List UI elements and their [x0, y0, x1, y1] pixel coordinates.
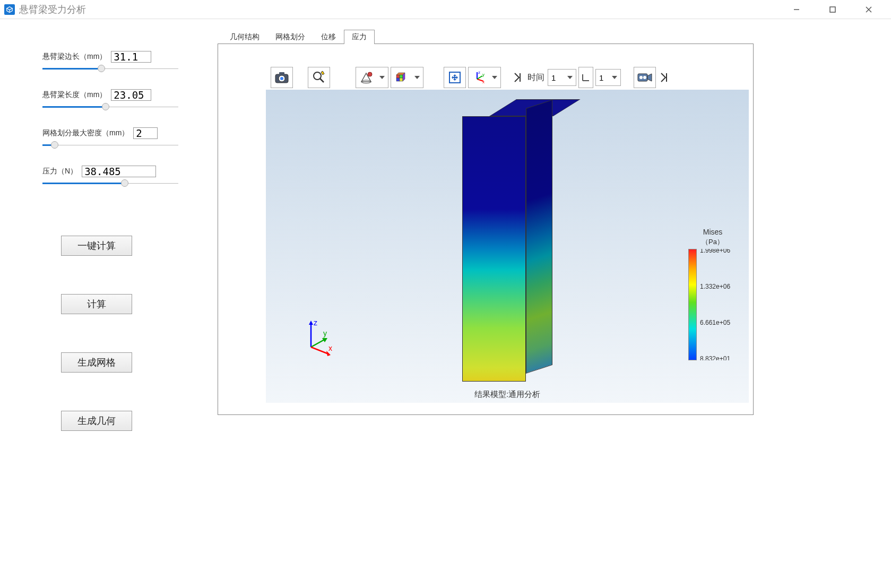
svg-point-26: [643, 76, 646, 79]
beam-model: [462, 100, 552, 382]
viewer-toolbar: zxy 时间 1 1: [269, 65, 749, 90]
svg-rect-13: [400, 75, 403, 78]
zoom-icon[interactable]: [308, 67, 330, 88]
chevron-down-icon: [379, 76, 385, 79]
chevron-down-icon: [414, 76, 420, 79]
axis-view-icon[interactable]: zxy: [468, 67, 501, 88]
titlebar: 悬臂梁受力分析: [0, 0, 891, 19]
minimize-button[interactable]: [786, 2, 807, 18]
collapse-right-icon[interactable]: [512, 67, 524, 88]
svg-line-32: [311, 347, 328, 354]
param-pressure: 压力（N）: [42, 166, 191, 188]
svg-line-9: [320, 79, 324, 82]
color-legend: Mises （Pa） 1.998e+06 1.332e+06 6.661e+05…: [686, 228, 739, 360]
svg-text:y: y: [482, 72, 485, 77]
param-edge-length: 悬臂梁边长（mm）: [42, 51, 191, 73]
window-controls: [786, 2, 887, 18]
axis-gizmo: z y x: [298, 318, 340, 360]
compute-button[interactable]: 计算: [61, 294, 132, 314]
legend-unit: （Pa）: [686, 237, 739, 247]
chevron-down-icon: [492, 76, 497, 79]
legend-tick: 6.661e+05: [700, 319, 730, 326]
camera-icon[interactable]: [271, 67, 293, 88]
maximize-button[interactable]: [822, 2, 843, 18]
legend-colorbar: [688, 249, 697, 360]
param-label: 悬臂梁边长（mm）: [42, 52, 107, 62]
edge-length-input[interactable]: [111, 51, 151, 63]
svg-line-30: [311, 339, 325, 347]
svg-text:z: z: [478, 71, 480, 75]
param-label: 悬臂粱长度（mm）: [42, 90, 107, 100]
viewer-area: 几何结构 网格划分 位移 应力: [218, 30, 891, 469]
frame-select[interactable]: 1: [595, 69, 621, 86]
result-model-label: 结果模型:通用分析: [474, 390, 540, 400]
mesh-density-slider[interactable]: [42, 140, 191, 150]
beam-length-input[interactable]: [111, 89, 151, 101]
fit-view-icon[interactable]: [444, 67, 466, 88]
svg-point-25: [639, 76, 643, 79]
svg-point-7: [280, 77, 283, 80]
chevron-down-icon: [567, 76, 573, 79]
param-label: 压力（N）: [42, 167, 77, 176]
legend-ticks: 1.998e+06 1.332e+06 6.661e+05 8.832e+01: [700, 249, 737, 360]
svg-line-21: [477, 76, 482, 79]
collapse-right-icon[interactable]: [658, 67, 671, 88]
legend-tick: 8.832e+01: [700, 355, 730, 360]
color-cube-icon[interactable]: [391, 67, 423, 88]
tab-mesh[interactable]: 网格划分: [267, 30, 313, 44]
generate-mesh-button[interactable]: 生成网格: [61, 352, 132, 373]
mesh-density-input[interactable]: [133, 127, 158, 139]
legend-tick: 1.998e+06: [700, 249, 730, 254]
time-label: 时间: [527, 72, 544, 83]
pressure-slider[interactable]: [42, 178, 191, 188]
svg-text:z: z: [314, 318, 317, 327]
legend-tick: 1.332e+06: [700, 283, 730, 290]
param-label: 网格划分最大密度（mm）: [42, 128, 129, 138]
angle-icon[interactable]: [578, 67, 593, 88]
svg-text:x: x: [482, 80, 485, 84]
video-icon[interactable]: [634, 67, 656, 88]
svg-text:y: y: [323, 329, 327, 338]
tab-displacement[interactable]: 位移: [313, 30, 344, 44]
action-buttons: 一键计算 计算 生成网格 生成几何: [42, 236, 218, 431]
svg-point-11: [368, 72, 372, 76]
tab-bar: 几何结构 网格划分 位移 应力: [222, 30, 870, 44]
transparency-icon[interactable]: [356, 67, 388, 88]
edge-length-slider[interactable]: [42, 64, 191, 73]
tab-geometry[interactable]: 几何结构: [222, 30, 267, 44]
pressure-input[interactable]: [82, 166, 156, 177]
app-icon: [4, 4, 15, 15]
param-mesh-density: 网格划分最大密度（mm）: [42, 127, 191, 150]
3d-canvas[interactable]: z y x 结果模型:通用分析 Mises （Pa） 1.998e+06: [266, 90, 749, 403]
svg-text:x: x: [328, 344, 332, 352]
sidebar: 悬臂梁边长（mm） 悬臂粱长度（mm） 网格划分最大密度（mm）: [0, 30, 218, 469]
time-select[interactable]: 1: [548, 69, 576, 86]
param-beam-length: 悬臂粱长度（mm）: [42, 89, 191, 111]
chevron-down-icon: [612, 76, 617, 79]
svg-rect-15: [400, 78, 403, 81]
close-button[interactable]: [858, 2, 879, 18]
tab-stress[interactable]: 应力: [344, 30, 375, 44]
legend-title: Mises: [686, 228, 739, 236]
main-content: 悬臂梁边长（mm） 悬臂粱长度（mm） 网格划分最大密度（mm）: [0, 19, 891, 469]
svg-rect-12: [396, 75, 400, 78]
svg-rect-1: [830, 7, 835, 12]
window-title: 悬臂梁受力分析: [19, 3, 86, 16]
svg-rect-14: [396, 78, 400, 81]
one-click-compute-button[interactable]: 一键计算: [61, 236, 132, 256]
svg-rect-5: [279, 72, 284, 75]
svg-point-8: [314, 72, 321, 80]
beam-length-slider[interactable]: [42, 102, 191, 111]
viewer-frame: zxy 时间 1 1: [218, 44, 754, 415]
generate-geometry-button[interactable]: 生成几何: [61, 411, 132, 431]
